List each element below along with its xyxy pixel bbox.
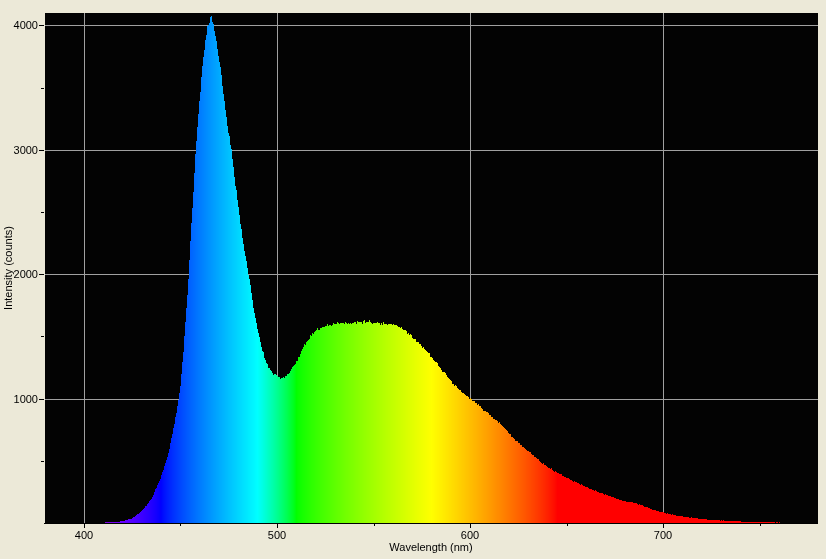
- x-tick-label-400: 400: [75, 529, 93, 541]
- y-tick-label-3000: 3000: [0, 144, 38, 156]
- spectrometer-chart: Wavelength (nm) Intensity (counts) 40050…: [0, 0, 826, 559]
- spectrum-plot-canvas: [0, 0, 826, 559]
- y-tick-label-4000: 4000: [0, 19, 38, 31]
- y-tick-label-2000: 2000: [0, 268, 38, 280]
- x-tick-label-500: 500: [268, 529, 286, 541]
- x-tick-label-600: 600: [461, 529, 479, 541]
- x-axis-title: Wavelength (nm): [389, 541, 472, 553]
- x-tick-label-700: 700: [654, 529, 672, 541]
- y-tick-label-1000: 1000: [0, 393, 38, 405]
